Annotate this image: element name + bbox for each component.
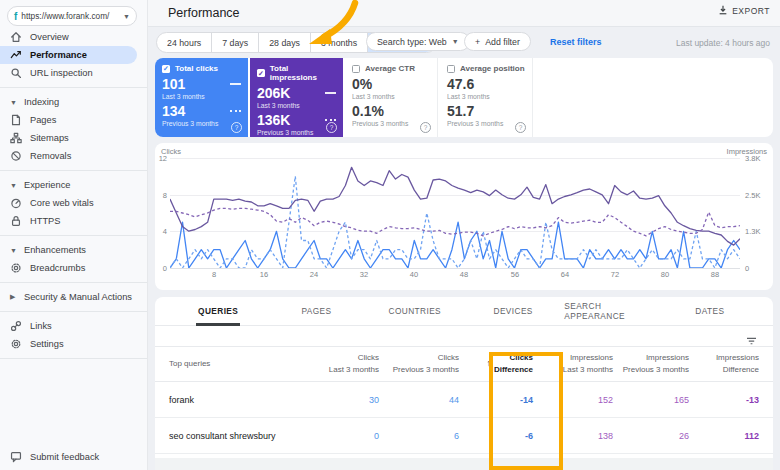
sidebar-section-security-manual-actions[interactable]: ▶ Security & Manual Actions — [0, 288, 147, 306]
sidebar-section-indexing[interactable]: ▼ Indexing — [0, 93, 147, 111]
speedometer-icon — [10, 197, 22, 209]
tab-dates[interactable]: DATES — [661, 297, 759, 325]
sidebar-item-https[interactable]: HTTPS — [0, 212, 147, 230]
sidebar-item-links[interactable]: Links — [0, 317, 147, 335]
divider — [0, 358, 147, 359]
download-icon — [718, 5, 728, 17]
metric-period-current: Last 3 months — [447, 93, 525, 100]
tab-label: DEVICES — [492, 297, 535, 326]
checkbox-unchecked-icon[interactable] — [352, 65, 360, 73]
x-axis-tick: 72 — [611, 270, 619, 279]
search-type-label: Search type: Web — [377, 37, 447, 47]
y-axis-tick-right: 0 — [745, 264, 773, 273]
sidebar-item-submit-feedback[interactable]: Submit feedback — [0, 448, 147, 466]
property-url: https://www.forank.com/ — [21, 11, 119, 21]
search-type-dropdown[interactable]: Search type: Web ▼ — [366, 32, 470, 51]
sidebar-item-overview[interactable]: Overview — [0, 28, 147, 46]
clicks-last-cell: 0 — [299, 431, 379, 441]
metric-period-previous: Previous 3 months — [257, 129, 336, 136]
sidebar-item-core-web-vitals[interactable]: Core web vitals — [0, 194, 147, 212]
x-axis-tick: 80 — [661, 270, 669, 279]
metric-value-previous: 134 — [162, 103, 185, 119]
sidebar-section-label: Indexing — [24, 97, 59, 107]
sidebar-section-enhancements[interactable]: ▼ Enhancements — [0, 241, 147, 259]
divider — [0, 87, 147, 88]
query-cell[interactable]: seo consultant shrewsbury — [169, 431, 299, 441]
average-ctr-card[interactable]: Average CTR 0% Last 3 months 0.1% Previo… — [345, 58, 438, 137]
checkbox-checked-icon[interactable]: ✓ — [162, 65, 170, 73]
sidebar-item-performance[interactable]: Performance — [0, 46, 137, 64]
total-clicks-card[interactable]: ✓ Total clicks 101 Last 3 months 134 Pre… — [155, 58, 248, 137]
y-axis-tick-left: 0 — [155, 264, 167, 273]
metric-value-previous: 136K — [257, 112, 290, 128]
range-7-days-button[interactable]: 7 days — [212, 33, 259, 52]
column-header-clicks-difference[interactable]: ↑ ClicksDifference — [459, 352, 533, 375]
sidebar-item-label: Core web vitals — [30, 198, 94, 208]
x-axis-tick: 8 — [212, 270, 216, 279]
sidebar-item-breadcrumbs[interactable]: Breadcrumbs — [0, 259, 147, 277]
sidebar-item-removals[interactable]: Removals — [0, 147, 147, 165]
block-icon — [10, 150, 22, 162]
help-icon[interactable]: ? — [231, 122, 242, 133]
table-row[interactable]: seo consultant shrewsbury 0 6 -6 138 26 … — [155, 418, 773, 454]
metric-cards: ✓ Total clicks 101 Last 3 months 134 Pre… — [155, 58, 773, 137]
filter-icon[interactable] — [746, 332, 757, 350]
sidebar-item-about-search-console[interactable]: About Search Console — [0, 466, 147, 470]
column-header-top-queries[interactable]: Top queries — [169, 358, 299, 370]
average-position-card[interactable]: Average position 47.6 Last 3 months 51.7… — [440, 58, 533, 137]
trending-up-icon — [10, 49, 22, 61]
tab-queries[interactable]: QUERIES — [169, 297, 267, 325]
sidebar-item-label: Pages — [30, 115, 56, 125]
help-icon[interactable]: ? — [420, 122, 431, 133]
sidebar-section-experience[interactable]: ▼ Experience — [0, 176, 147, 194]
column-header-clicks-last[interactable]: ClicksLast 3 months — [299, 352, 379, 375]
metric-period-current: Last 3 months — [162, 93, 241, 100]
caret-right-icon: ▶ — [10, 293, 18, 301]
metric-value-current: 47.6 — [447, 76, 474, 92]
impressions-last-cell: 138 — [533, 431, 613, 441]
sidebar-item-pages[interactable]: Pages — [0, 111, 147, 129]
sidebar-nav: Overview Performance URL inspection ▼ In… — [0, 28, 147, 364]
total-impressions-card[interactable]: ✓ Total impressions 206K Last 3 months 1… — [250, 58, 343, 137]
checkbox-unchecked-icon[interactable] — [447, 65, 455, 73]
checkbox-checked-icon[interactable]: ✓ — [257, 69, 265, 77]
tab-label: DATES — [693, 297, 726, 326]
table-row[interactable]: forank 30 44 -14 152 165 -13 — [155, 382, 773, 418]
help-icon[interactable]: ? — [515, 122, 526, 133]
sidebar-item-settings[interactable]: Settings — [0, 335, 147, 353]
column-header-impressions-previous[interactable]: ImpressionsPrevious 3 months — [613, 352, 689, 375]
export-button[interactable]: EXPORT — [718, 5, 770, 17]
chart-canvas[interactable] — [170, 158, 740, 268]
divider — [0, 235, 147, 236]
y-axis-tick-left: 8 — [155, 191, 167, 200]
tab-search-appearance[interactable]: SEARCH APPEARANCE — [562, 297, 660, 325]
column-header-impressions-last[interactable]: ImpressionsLast 3 months — [533, 352, 613, 375]
solid-line-indicator — [230, 83, 241, 85]
query-cell[interactable]: forank — [169, 395, 299, 405]
chart-series-clicks-last-3-months — [170, 222, 740, 268]
property-selector[interactable]: f https://www.forank.com/ ▼ — [7, 6, 137, 26]
tab-label: PAGES — [300, 297, 334, 326]
range-24-hours-button[interactable]: 24 hours — [157, 33, 212, 52]
sidebar-item-sitemaps[interactable]: Sitemaps — [0, 129, 147, 147]
tab-countries[interactable]: COUNTRIES — [366, 297, 464, 325]
tab-devices[interactable]: DEVICES — [464, 297, 562, 325]
tab-pages[interactable]: PAGES — [267, 297, 365, 325]
sidebar-item-url-inspection[interactable]: URL inspection — [0, 64, 147, 82]
clicks-difference-cell: -14 — [459, 395, 533, 405]
add-filter-label: Add filter — [485, 37, 520, 47]
add-filter-button[interactable]: + Add filter — [464, 32, 531, 51]
reset-filters-link[interactable]: Reset filters — [550, 37, 602, 47]
help-icon[interactable]: ? — [326, 122, 337, 133]
range-3-months-button[interactable]: 3 months — [311, 33, 368, 52]
range-28-days-button[interactable]: 28 days — [259, 33, 311, 52]
breadcrumbs-icon — [10, 262, 22, 274]
dotted-line-indicator — [230, 110, 241, 112]
caret-down-icon: ▼ — [10, 247, 18, 254]
column-header-impressions-difference[interactable]: ImpressionsDifference — [689, 352, 759, 375]
metric-value-current: 0% — [352, 76, 372, 92]
caret-down-icon: ▼ — [10, 99, 18, 106]
sidebar-bottom: Submit feedback About Search Console — [0, 448, 147, 470]
table-tabs: QUERIES PAGES COUNTRIES DEVICES SEARCH A… — [155, 297, 773, 326]
column-header-clicks-previous[interactable]: ClicksPrevious 3 months — [379, 352, 459, 375]
